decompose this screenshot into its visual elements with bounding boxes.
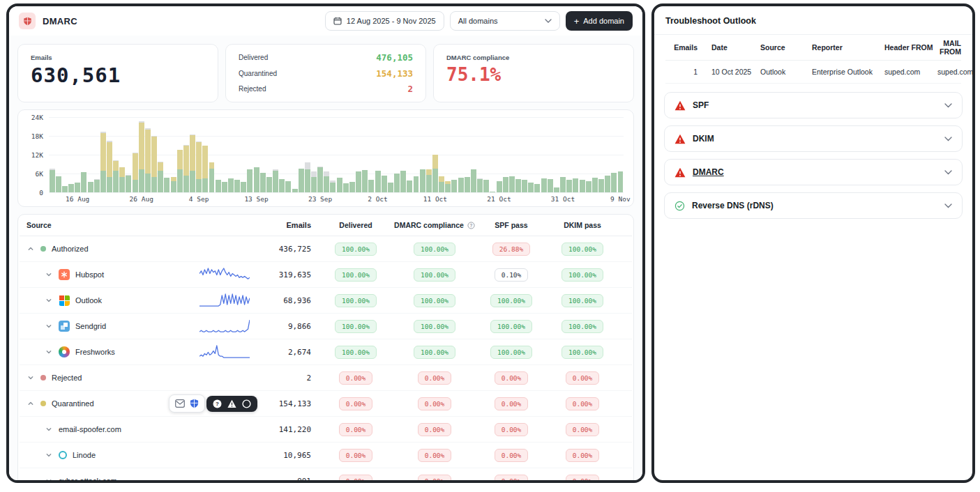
chart-bar[interactable] xyxy=(209,117,215,192)
chart-bar[interactable] xyxy=(310,117,317,192)
table-row[interactable]: email-spoofer.com141,2200.00%0.00%0.00%0… xyxy=(20,417,632,443)
chart-bar[interactable] xyxy=(132,117,138,192)
chart-bar[interactable] xyxy=(490,117,496,192)
question-circle-icon[interactable]: ? xyxy=(467,222,475,229)
chart-bar[interactable] xyxy=(368,117,375,192)
chart-bar[interactable] xyxy=(164,117,170,192)
chart-bar[interactable] xyxy=(292,117,298,192)
chevron-down-icon[interactable] xyxy=(944,170,952,175)
chart-bar[interactable] xyxy=(585,117,591,192)
chart-bar[interactable] xyxy=(362,117,368,192)
chart-bar[interactable] xyxy=(419,117,425,192)
chevron-down-icon[interactable] xyxy=(45,348,53,355)
chart-bar[interactable] xyxy=(591,117,598,192)
email-icon[interactable] xyxy=(175,399,185,408)
chart-bar[interactable] xyxy=(227,117,234,192)
chart-bar[interactable] xyxy=(234,117,241,192)
chart-bar[interactable] xyxy=(400,117,407,192)
troubleshoot-table-row[interactable]: 1 10 Oct 2025 Outlook Enterprise Outlook… xyxy=(665,61,961,84)
chart-bar[interactable] xyxy=(617,117,624,192)
chart-bar[interactable] xyxy=(324,117,330,192)
chart-bar[interactable] xyxy=(68,117,74,192)
chart-bar[interactable] xyxy=(113,117,119,192)
shield-icon[interactable] xyxy=(190,399,199,408)
chart-bar[interactable] xyxy=(534,117,541,192)
circle-icon[interactable] xyxy=(242,399,251,408)
date-range-picker[interactable]: 12 Aug 2025 - 9 Nov 2025 xyxy=(325,11,444,31)
table-row[interactable]: Outlook68,936100.00%100.00%100.00%100.00… xyxy=(20,288,632,314)
chart-bar[interactable] xyxy=(522,117,528,192)
chart-bar[interactable] xyxy=(547,117,553,192)
chart-bar[interactable] xyxy=(432,117,438,192)
warning-triangle-icon[interactable] xyxy=(227,399,236,408)
chart-bar[interactable] xyxy=(579,117,585,192)
chart-bar[interactable] xyxy=(253,117,259,192)
chart-bar[interactable] xyxy=(425,117,432,192)
question-circle-icon[interactable]: ? xyxy=(213,399,222,408)
chart-bar[interactable] xyxy=(49,117,55,192)
chart-bar[interactable] xyxy=(496,117,502,192)
chevron-down-icon[interactable] xyxy=(45,452,53,459)
chart-bar[interactable] xyxy=(176,117,183,192)
table-row[interactable]: Freshworks2,674100.00%100.00%100.00%100.… xyxy=(20,339,632,365)
chart-bar[interactable] xyxy=(75,117,81,192)
table-row[interactable]: Linode10,9650.00%0.00%0.00%0.00% xyxy=(20,443,632,468)
chart-bar[interactable] xyxy=(393,117,400,192)
chart-bar[interactable] xyxy=(445,117,451,192)
chart-bar[interactable] xyxy=(55,117,61,192)
chart-bar[interactable] xyxy=(285,117,292,192)
chart-bar[interactable] xyxy=(502,117,508,192)
chart-bar[interactable] xyxy=(553,117,559,192)
chart-bar[interactable] xyxy=(247,117,253,192)
chart-bar[interactable] xyxy=(407,117,413,192)
chart-bar[interactable] xyxy=(183,117,189,192)
chart-bar[interactable] xyxy=(189,117,195,192)
table-row[interactable]: cyber-attack.com9010.00%0.00%0.00%0.00% xyxy=(20,468,632,483)
chevron-down-icon[interactable] xyxy=(45,477,53,483)
chart-bar[interactable] xyxy=(119,117,126,192)
chart-bar[interactable] xyxy=(93,117,100,192)
chevron-down-icon[interactable] xyxy=(944,137,952,141)
chevron-down-icon[interactable] xyxy=(27,374,35,381)
chevron-up-icon[interactable] xyxy=(27,400,35,407)
chart-bar[interactable] xyxy=(605,117,611,192)
chart-bar[interactable] xyxy=(317,117,324,192)
table-row[interactable]: Sendgrid9,866100.00%100.00%100.00%100.00… xyxy=(20,314,632,339)
chart-bar[interactable] xyxy=(196,117,202,192)
chart-bar[interactable] xyxy=(458,117,464,192)
chart-bar[interactable] xyxy=(259,117,266,192)
chart-bar[interactable] xyxy=(515,117,521,192)
chevron-down-icon[interactable] xyxy=(45,426,53,433)
chart-bar[interactable] xyxy=(476,117,483,192)
chart-bar[interactable] xyxy=(106,117,112,192)
domain-filter-select[interactable]: All domains xyxy=(450,11,560,31)
chart-bar[interactable] xyxy=(144,117,151,192)
table-row[interactable]: Quarantined?154,1330.00%0.00%0.00%0.00% xyxy=(20,391,632,417)
chart-bar[interactable] xyxy=(598,117,604,192)
chart-bar[interactable] xyxy=(304,117,310,192)
chart-bar[interactable] xyxy=(266,117,272,192)
chart-bar[interactable] xyxy=(413,117,419,192)
chart-bar[interactable] xyxy=(381,117,387,192)
chart-bar[interactable] xyxy=(158,117,164,192)
chevron-down-icon[interactable] xyxy=(45,271,53,278)
chart-bar[interactable] xyxy=(87,117,93,192)
chart-bar[interactable] xyxy=(464,117,470,192)
chart-bar[interactable] xyxy=(81,117,87,192)
chart-bar[interactable] xyxy=(560,117,566,192)
chart-bar[interactable] xyxy=(241,117,247,192)
chart-bar[interactable] xyxy=(573,117,579,192)
chevron-down-icon[interactable] xyxy=(45,297,53,304)
chart-bar[interactable] xyxy=(439,117,445,192)
chart-bar[interactable] xyxy=(202,117,209,192)
chart-bar[interactable] xyxy=(221,117,227,192)
chart-bar[interactable] xyxy=(528,117,534,192)
chart-bar[interactable] xyxy=(170,117,176,192)
chart-bar[interactable] xyxy=(151,117,158,192)
chart-bar[interactable] xyxy=(541,117,547,192)
chart-bar[interactable] xyxy=(375,117,381,192)
chart-bar[interactable] xyxy=(279,117,285,192)
chart-bar[interactable] xyxy=(138,117,144,192)
table-row[interactable]: Hubspot319,635100.00%100.00%0.10%100.00% xyxy=(20,262,632,288)
chart-bar[interactable] xyxy=(126,117,132,192)
